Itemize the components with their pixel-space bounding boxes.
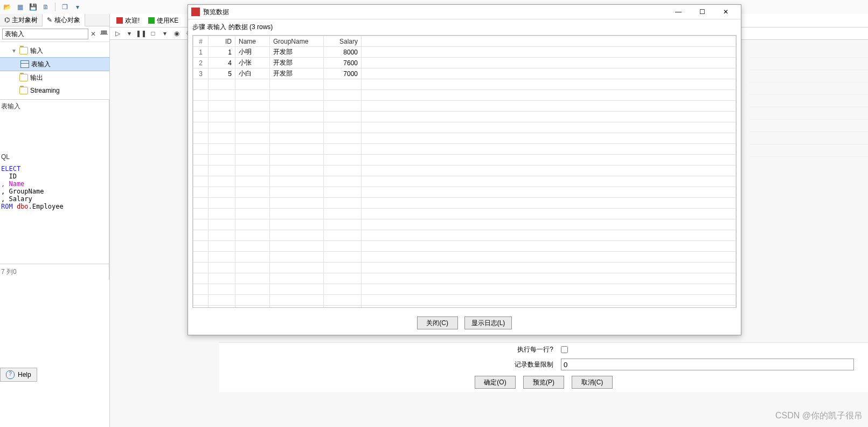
minimize-button[interactable]: — bbox=[666, 5, 690, 18]
table-row-empty bbox=[193, 273, 736, 284]
cell-rownum: 1 bbox=[193, 47, 209, 58]
pencil-icon: ✎ bbox=[47, 16, 52, 24]
table-row[interactable]: 35小白开发部7000 bbox=[193, 68, 736, 79]
new-icon[interactable]: ▦ bbox=[15, 2, 25, 12]
cell-salary: 7000 bbox=[324, 68, 362, 79]
stop-icon[interactable]: □ bbox=[149, 29, 157, 38]
folder-icon bbox=[19, 74, 28, 81]
exec-each-row-checkbox[interactable] bbox=[561, 346, 568, 353]
app-icon bbox=[191, 8, 200, 16]
left-tabbar: ⌬ 主对象树 ✎ 核心对象 bbox=[0, 14, 109, 26]
table-row-empty bbox=[193, 155, 736, 166]
left-pane: ⌬ 主对象树 ✎ 核心对象 ✕ ᚙ ☷ ▾ 输入 表输入 bbox=[0, 14, 110, 427]
table-row-empty bbox=[193, 241, 736, 252]
dropdown-icon[interactable]: ▾ bbox=[73, 2, 82, 12]
play-icon[interactable]: ▷ bbox=[113, 29, 122, 38]
tree-label: 输入 bbox=[30, 46, 43, 56]
maximize-button[interactable]: ☐ bbox=[690, 5, 714, 18]
search-row: ✕ ᚙ ☷ bbox=[0, 26, 109, 42]
cancel-button[interactable]: 取消(C) bbox=[572, 376, 613, 389]
table-row-empty bbox=[193, 79, 736, 90]
cell-id: 4 bbox=[209, 58, 235, 68]
col-hash[interactable]: # bbox=[193, 36, 209, 47]
table-row-empty bbox=[193, 295, 736, 306]
show-log-button[interactable]: 显示日志(L) bbox=[464, 316, 512, 329]
ok-button[interactable]: 确定(O) bbox=[475, 376, 516, 389]
col-groupname[interactable]: GroupName bbox=[270, 36, 324, 47]
table-row-empty bbox=[193, 198, 736, 209]
tree-node-streaming[interactable]: Streaming bbox=[0, 84, 109, 97]
layers-icon[interactable]: ❒ bbox=[60, 2, 70, 12]
help-icon: ? bbox=[6, 370, 15, 379]
table-row[interactable]: 24小张开发部7600 bbox=[193, 58, 736, 68]
dialog-title: 预览数据 bbox=[203, 8, 666, 17]
tree-node-table-input[interactable]: 表输入 bbox=[0, 57, 109, 71]
expand-all-icon[interactable]: ᚙ bbox=[100, 29, 108, 39]
preview-table: # ID Name GroupName Salary 11小明开发部800024… bbox=[193, 36, 736, 308]
play-menu-icon[interactable]: ▾ bbox=[125, 29, 134, 38]
object-tree: ▾ 输入 表输入 输出 Streaming bbox=[0, 42, 109, 99]
cell-name: 小张 bbox=[235, 58, 270, 68]
cell-groupname: 开发部 bbox=[270, 58, 324, 68]
close-dialog-button[interactable]: 关闭(C) bbox=[417, 316, 458, 329]
cell-id: 1 bbox=[209, 47, 235, 58]
app-icon bbox=[116, 17, 123, 24]
preview-grid[interactable]: # ID Name GroupName Salary 11小明开发部800024… bbox=[192, 35, 737, 308]
col-name[interactable]: Name bbox=[235, 36, 270, 47]
cell-groupname: 开发部 bbox=[270, 47, 324, 58]
exec-each-row-label: 执行每一行? bbox=[219, 345, 557, 354]
tree-node-output[interactable]: 输出 bbox=[0, 71, 109, 84]
sql-heading: QL bbox=[0, 151, 109, 163]
cell-salary: 8000 bbox=[324, 47, 362, 58]
table-input-dialog-buttons: 确定(O) 预览(P) 取消(C) bbox=[219, 373, 868, 392]
stop-menu-icon[interactable]: ▾ bbox=[161, 29, 169, 38]
dialog-titlebar[interactable]: 预览数据 — ☐ ✕ bbox=[188, 5, 741, 19]
table-row-empty bbox=[193, 176, 736, 187]
help-button[interactable]: ? Help bbox=[0, 368, 37, 382]
decorative-lines bbox=[749, 45, 868, 164]
help-label: Help bbox=[18, 371, 31, 378]
cell-rownum: 2 bbox=[193, 58, 209, 68]
record-limit-label: 记录数量限制 bbox=[219, 360, 557, 369]
tab-label: 核心对象 bbox=[54, 16, 80, 25]
tree-label: Streaming bbox=[30, 87, 60, 94]
record-limit-input[interactable] bbox=[561, 359, 854, 370]
table-input-icon bbox=[20, 60, 29, 68]
toolbar-separator bbox=[55, 3, 55, 11]
preview-button[interactable]: 预览(P) bbox=[523, 376, 564, 389]
tab-main-tree[interactable]: ⌬ 主对象树 bbox=[0, 14, 43, 26]
table-row[interactable]: 11小明开发部8000 bbox=[193, 47, 736, 58]
save-icon[interactable]: 💾 bbox=[28, 2, 38, 12]
table-row-empty bbox=[193, 252, 736, 263]
open-icon[interactable]: 📂 bbox=[2, 2, 12, 12]
close-button[interactable]: ✕ bbox=[714, 5, 738, 18]
behind-panel-gap bbox=[0, 113, 109, 151]
behind-panel-gap2 bbox=[0, 212, 109, 264]
preview-dialog: 预览数据 — ☐ ✕ 步骤 表输入 的数据 (3 rows) # ID Name… bbox=[188, 4, 741, 335]
collapse-icon[interactable]: ▾ bbox=[11, 47, 17, 54]
table-row-empty bbox=[193, 166, 736, 176]
tab-core-objects[interactable]: ✎ 核心对象 bbox=[43, 14, 85, 26]
table-row-empty bbox=[193, 101, 736, 112]
cell-id: 5 bbox=[209, 68, 235, 79]
preview-icon[interactable]: ◉ bbox=[172, 29, 181, 38]
table-row-empty bbox=[193, 209, 736, 219]
tab-label: 主对象树 bbox=[12, 16, 38, 25]
cell-groupname: 开发部 bbox=[270, 68, 324, 79]
table-row-empty bbox=[193, 122, 736, 133]
designer-tab-ke[interactable]: 使用KE bbox=[144, 16, 183, 25]
designer-tab-welcome[interactable]: 欢迎! bbox=[112, 16, 144, 25]
search-input[interactable] bbox=[2, 29, 88, 39]
tree-node-input[interactable]: ▾ 输入 bbox=[0, 44, 109, 57]
cell-name: 小白 bbox=[235, 68, 270, 79]
col-id[interactable]: ID bbox=[209, 36, 235, 47]
tab-label: 使用KE bbox=[157, 16, 178, 25]
clear-search-icon[interactable]: ✕ bbox=[91, 29, 96, 39]
save-as-icon[interactable]: 🗎 bbox=[41, 2, 51, 12]
pause-icon[interactable]: ❚❚ bbox=[137, 29, 145, 38]
ke-icon bbox=[148, 17, 155, 24]
watermark: CSDN @你的凯子很吊 bbox=[775, 410, 863, 422]
sql-fragment: ELECT ID , Name , GroupName , Salary ROM… bbox=[0, 163, 109, 212]
col-salary[interactable]: Salary bbox=[324, 36, 362, 47]
table-row-empty bbox=[193, 284, 736, 295]
